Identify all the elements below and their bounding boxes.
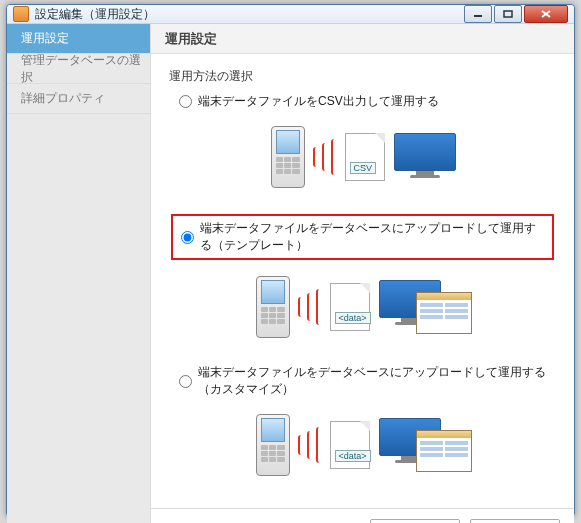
sidebar-item-label: 運用設定 [21, 30, 69, 47]
handheld-icon [271, 126, 305, 188]
csv-file-icon: CSV [345, 133, 385, 181]
cancel-button[interactable]: キャンセル [470, 519, 560, 524]
option-csv-radio[interactable] [179, 95, 192, 108]
file-tag: CSV [350, 162, 377, 174]
wireless-icon [298, 427, 322, 463]
main-header: 運用設定 [151, 24, 574, 54]
data-file-icon: <data> [330, 421, 370, 469]
app-window-icon [416, 430, 472, 472]
ok-button[interactable]: OK [370, 519, 460, 524]
svg-rect-1 [504, 11, 512, 17]
dialog-footer: OK キャンセル [151, 508, 574, 523]
sidebar: 運用設定 管理データベースの選択 詳細プロパティ [7, 24, 151, 523]
file-tag: <data> [335, 312, 371, 324]
handheld-icon [256, 276, 290, 338]
group-label: 運用方法の選択 [169, 68, 558, 85]
dialog-window: 設定編集（運用設定） 運用設定 管理データベースの選択 詳細プロパティ 運用設定… [6, 4, 575, 517]
option-csv[interactable]: 端末データファイルをCSV出力して運用する [179, 93, 558, 110]
option-template-radio[interactable] [181, 231, 194, 244]
dialog-body: 運用設定 管理データベースの選択 詳細プロパティ 運用設定 運用方法の選択 端末… [7, 24, 574, 523]
option-label: 端末データファイルをCSV出力して運用する [198, 93, 439, 110]
option-label: 端末データファイルをデータベースにアップロードして運用する（テンプレート） [200, 220, 542, 254]
window-title: 設定編集（運用設定） [35, 6, 462, 23]
option-template-highlight: 端末データファイルをデータベースにアップロードして運用する（テンプレート） [171, 214, 554, 260]
option-template[interactable]: 端末データファイルをデータベースにアップロードして運用する（テンプレート） [181, 220, 542, 254]
wireless-icon [313, 139, 337, 175]
minimize-button[interactable] [464, 5, 492, 23]
main-panel: 運用設定 運用方法の選択 端末データファイルをCSV出力して運用する CSV [151, 24, 574, 523]
option-csv-illustration: CSV [169, 114, 558, 200]
app-window-icon [416, 292, 472, 334]
option-customize[interactable]: 端末データファイルをデータベースにアップロードして運用する（カスタマイズ） [179, 364, 558, 398]
main-content: 運用方法の選択 端末データファイルをCSV出力して運用する CSV 端 [151, 54, 574, 508]
option-template-illustration: <data> [169, 264, 558, 350]
titlebar[interactable]: 設定編集（運用設定） [7, 5, 574, 24]
monitor-icon [393, 133, 457, 181]
sidebar-item-database[interactable]: 管理データベースの選択 [7, 54, 150, 84]
sidebar-item-label: 詳細プロパティ [21, 90, 105, 107]
sidebar-item-operation[interactable]: 運用設定 [7, 24, 150, 54]
data-file-icon: <data> [330, 283, 370, 331]
maximize-button[interactable] [494, 5, 522, 23]
sidebar-item-properties[interactable]: 詳細プロパティ [7, 84, 150, 114]
option-customize-illustration: <data> [169, 402, 558, 488]
sidebar-item-label: 管理データベースの選択 [21, 52, 150, 86]
window-controls [462, 5, 568, 23]
option-label: 端末データファイルをデータベースにアップロードして運用する（カスタマイズ） [198, 364, 558, 398]
option-customize-radio[interactable] [179, 375, 192, 388]
wireless-icon [298, 289, 322, 325]
handheld-icon [256, 414, 290, 476]
close-button[interactable] [524, 5, 568, 23]
app-icon [13, 6, 29, 22]
file-tag: <data> [335, 450, 371, 462]
